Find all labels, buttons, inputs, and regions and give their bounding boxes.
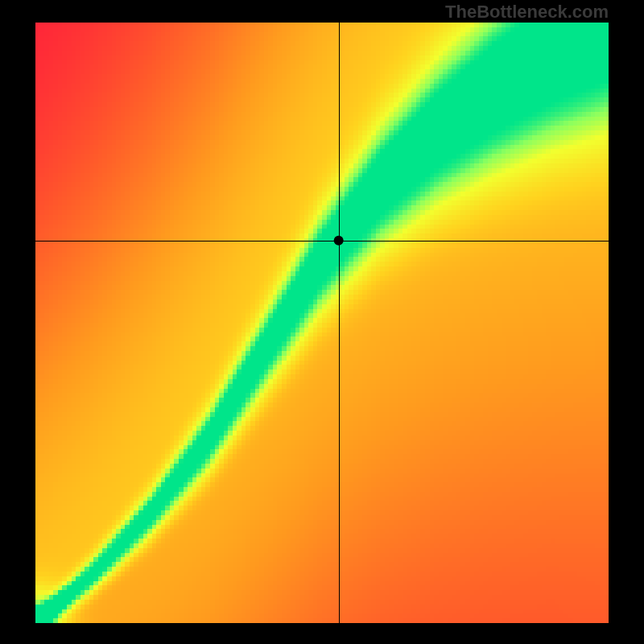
watermark: TheBottleneck.com [445,2,609,23]
plot-area [35,23,609,623]
chart-frame: TheBottleneck.com [0,0,644,644]
heatmap-canvas [35,23,609,623]
